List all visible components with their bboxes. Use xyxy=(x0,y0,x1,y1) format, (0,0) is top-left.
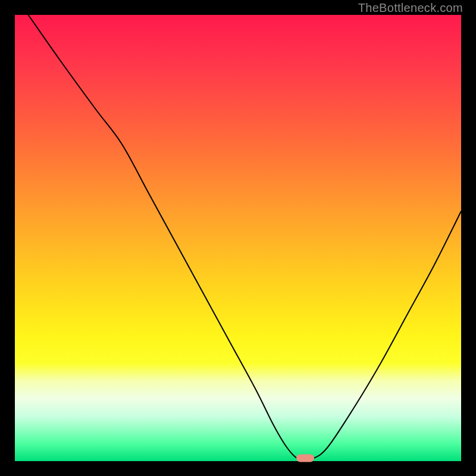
plot-area xyxy=(15,15,461,461)
outer-frame: TheBottleneck.com xyxy=(0,0,476,476)
watermark-text: TheBottleneck.com xyxy=(358,1,463,15)
